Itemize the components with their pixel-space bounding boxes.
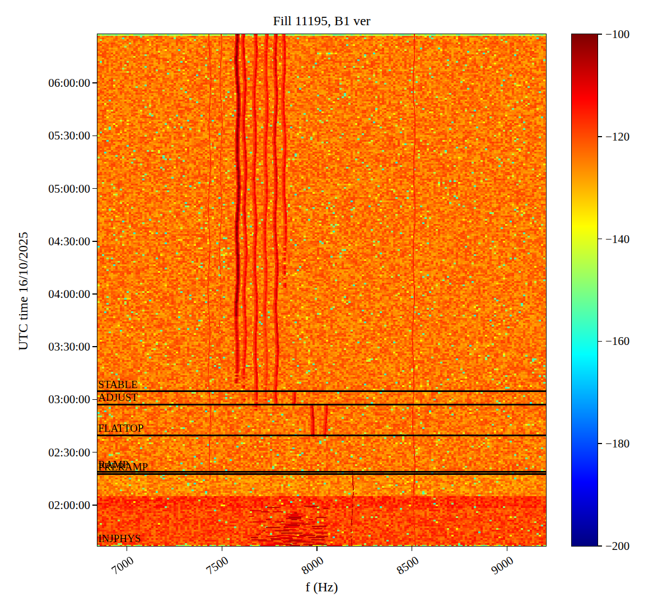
beam-mode-label-adjust: ADJUST	[99, 392, 138, 403]
y-tick-label-02:30:00: 02:30:00	[25, 446, 90, 459]
y-tick-label-04:00:00: 04:00:00	[25, 287, 90, 301]
colorbar-tick-label--200: −200	[605, 539, 629, 553]
colorbar-tick-label--100: −100	[605, 27, 629, 41]
plot-area: STABLEADJUSTFLATTOPRAMPPRERAMPINJPHYS	[97, 34, 547, 547]
y-tick-label-03:30:00: 03:30:00	[25, 340, 90, 353]
y-tick-mark-04:00:00	[92, 293, 97, 295]
y-tick-mark-03:00:00	[92, 399, 97, 400]
y-tick-label-05:00:00: 05:00:00	[25, 182, 90, 195]
x-axis-label: f (Hz)	[97, 580, 546, 595]
x-tick-mark-8000	[316, 546, 318, 551]
colorbar-tick-label--120: −120	[605, 129, 629, 144]
beam-mode-line-flattop	[97, 435, 546, 436]
colorbar	[571, 34, 598, 547]
beam-mode-label-flattop: FLATTOP	[99, 423, 144, 434]
y-tick-mark-05:00:00	[92, 188, 97, 189]
y-tick-label-02:00:00: 02:00:00	[25, 498, 90, 512]
x-tick-label-9000: 9000	[489, 553, 516, 578]
x-tick-mark-7500	[222, 546, 223, 551]
beam-mode-label-preramp: PRERAMP	[99, 461, 148, 473]
spectrogram-heatmap-canvas	[97, 34, 546, 546]
x-tick-label-8500: 8500	[394, 553, 421, 578]
beam-mode-line-ramp	[97, 471, 546, 473]
x-tick-label-8000: 8000	[299, 553, 326, 578]
x-tick-label-7000: 7000	[109, 553, 136, 578]
x-tick-mark-9000	[507, 546, 508, 551]
y-tick-label-03:00:00: 03:00:00	[25, 393, 90, 406]
colorbar-tick-mark--160	[598, 341, 602, 342]
colorbar-tick-mark--100	[598, 34, 602, 35]
beam-mode-label-stable: STABLE	[99, 379, 138, 390]
y-tick-label-06:00:00: 06:00:00	[25, 76, 90, 90]
y-tick-mark-06:00:00	[92, 82, 97, 83]
y-tick-label-05:30:00: 05:30:00	[25, 129, 90, 142]
x-tick-mark-8500	[412, 546, 413, 551]
colorbar-tick-mark--180	[598, 443, 602, 444]
x-tick-mark-7000	[127, 546, 128, 551]
x-tick-label-7500: 7500	[204, 553, 231, 578]
y-tick-mark-05:30:00	[92, 136, 97, 137]
colorbar-tick-mark--140	[598, 239, 602, 240]
colorbar-tick-mark--200	[598, 545, 602, 547]
plot-title: Fill 11195, B1 ver	[97, 13, 546, 29]
beam-mode-line-adjust	[97, 404, 546, 405]
y-tick-mark-02:00:00	[92, 505, 97, 506]
colorbar-gradient-canvas	[572, 34, 598, 546]
y-tick-mark-02:30:00	[92, 452, 97, 453]
colorbar-tick-label--140: −140	[605, 232, 629, 246]
spectrogram-figure: Fill 11195, B1 ver UTC time 16/10/2025 f…	[0, 0, 672, 616]
colorbar-tick-mark--120	[598, 136, 602, 137]
y-tick-mark-03:30:00	[92, 346, 97, 347]
colorbar-tick-label--180: −180	[605, 436, 629, 451]
y-tick-mark-04:30:00	[92, 241, 97, 242]
colorbar-tick-label--160: −160	[605, 334, 629, 348]
y-tick-label-04:30:00: 04:30:00	[25, 235, 90, 248]
beam-mode-line-preramp	[97, 473, 546, 475]
beam-mode-label-injphys: INJPHYS	[99, 533, 141, 544]
beam-mode-line-stable	[97, 390, 546, 392]
